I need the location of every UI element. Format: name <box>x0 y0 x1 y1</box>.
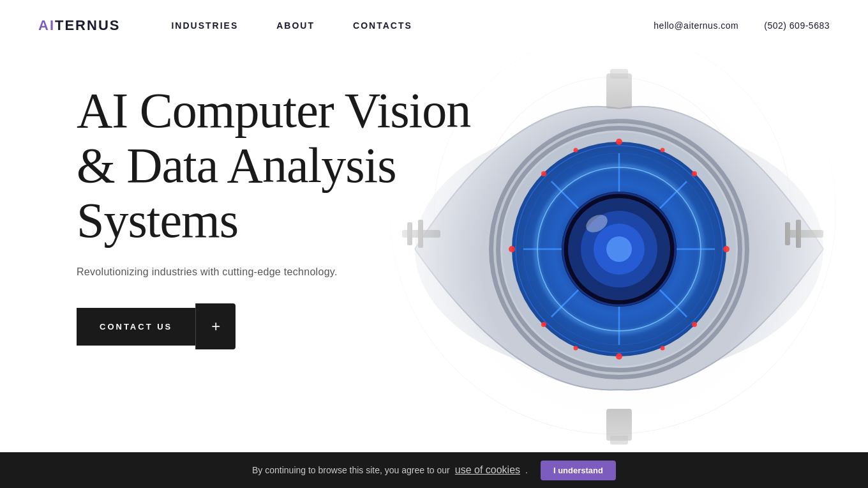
hero-title: AI Computer Vision & Data Analysis Syste… <box>77 83 485 247</box>
header-contact-info: hello@aiternus.com (502) 609-5683 <box>654 20 830 31</box>
logo[interactable]: AITERNUS <box>38 17 120 34</box>
logo-ai: AI <box>38 17 55 34</box>
logo-ternus: TERNUS <box>55 17 120 34</box>
header-phone[interactable]: (502) 609-5683 <box>764 20 830 31</box>
main-nav: INDUSTRIES ABOUT CONTACTS <box>171 20 654 31</box>
header: AITERNUS INDUSTRIES ABOUT CONTACTS hello… <box>0 0 868 51</box>
cookie-text: By continuing to browse this site, you a… <box>252 465 450 475</box>
hero-subtitle: Revolutionizing industries with cutting-… <box>77 266 485 278</box>
header-email[interactable]: hello@aiternus.com <box>654 20 738 31</box>
cookie-bar: By continuing to browse this site, you a… <box>0 452 868 488</box>
contact-us-button[interactable]: CONTACT US + <box>77 303 236 349</box>
nav-item-industries[interactable]: INDUSTRIES <box>171 20 238 31</box>
nav-item-about[interactable]: ABOUT <box>276 20 315 31</box>
nav-item-contacts[interactable]: CONTACTS <box>353 20 412 31</box>
cookie-accept-button[interactable]: I understand <box>541 461 616 480</box>
contact-us-plus-icon: + <box>195 303 236 349</box>
cookie-policy-link[interactable]: use of cookies <box>455 464 520 476</box>
main-content: AI Computer Vision & Data Analysis Syste… <box>0 51 868 452</box>
hero-content: AI Computer Vision & Data Analysis Syste… <box>77 83 485 349</box>
cookie-period: . <box>525 465 528 475</box>
contact-us-label: CONTACT US <box>77 308 195 346</box>
